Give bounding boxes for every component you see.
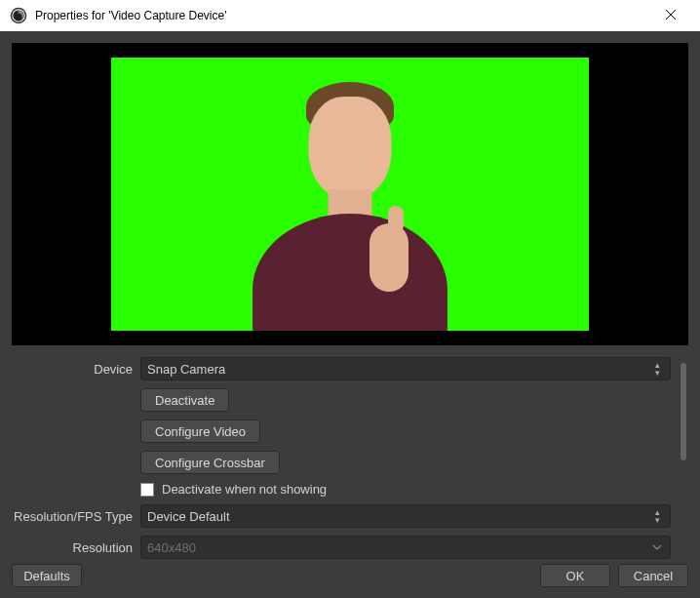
deactivate-not-showing-checkbox[interactable] bbox=[140, 483, 154, 497]
window-title: Properties for 'Video Capture Device' bbox=[35, 9, 651, 22]
dialog-footer: Defaults OK Cancel bbox=[0, 561, 700, 598]
resolution-fps-type-label: Resolution/FPS Type bbox=[0, 509, 140, 524]
deactivate-button[interactable]: Deactivate bbox=[140, 388, 229, 412]
dialog-content: Device Snap Camera ▴▾ Deactivate bbox=[0, 31, 700, 598]
preview-area bbox=[0, 31, 700, 357]
resolution-fps-type-select[interactable]: Device Default ▴▾ bbox=[140, 504, 671, 528]
properties-form: Device Snap Camera ▴▾ Deactivate bbox=[0, 357, 700, 561]
defaults-button[interactable]: Defaults bbox=[12, 564, 82, 587]
close-icon bbox=[665, 9, 677, 20]
resolution-value: 640x480 bbox=[147, 540, 650, 555]
resolution-select[interactable]: 640x480 bbox=[140, 536, 671, 559]
resolution-fps-type-value: Device Default bbox=[147, 509, 650, 524]
updown-icon: ▴▾ bbox=[650, 361, 664, 377]
video-preview bbox=[12, 43, 688, 345]
configure-crossbar-button[interactable]: Configure Crossbar bbox=[140, 451, 280, 474]
configure-video-button[interactable]: Configure Video bbox=[140, 419, 260, 443]
scrollbar-thumb[interactable] bbox=[681, 363, 686, 460]
close-button[interactable] bbox=[651, 8, 690, 23]
titlebar: Properties for 'Video Capture Device' bbox=[0, 0, 700, 31]
device-value: Snap Camera bbox=[147, 362, 650, 377]
chevron-down-icon bbox=[650, 540, 664, 555]
obs-logo-icon bbox=[10, 7, 27, 24]
greenscreen-feed bbox=[111, 58, 589, 331]
device-label: Device bbox=[0, 362, 140, 377]
deactivate-not-showing-label: Deactivate when not showing bbox=[162, 482, 327, 497]
form-scrollbar[interactable] bbox=[681, 363, 686, 561]
resolution-label: Resolution bbox=[0, 540, 140, 555]
cancel-button[interactable]: Cancel bbox=[618, 564, 688, 587]
device-select[interactable]: Snap Camera ▴▾ bbox=[140, 357, 671, 380]
ok-button[interactable]: OK bbox=[540, 564, 610, 587]
updown-icon: ▴▾ bbox=[650, 508, 664, 524]
